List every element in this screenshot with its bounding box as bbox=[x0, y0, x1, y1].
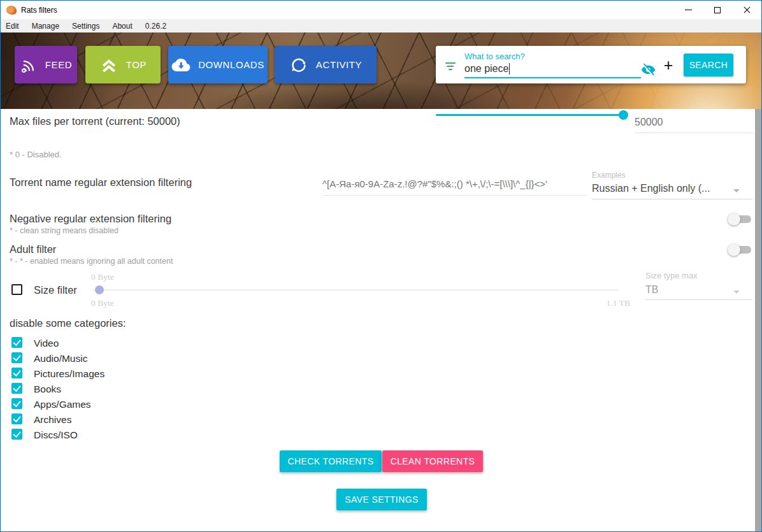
cloud-download-icon bbox=[171, 57, 190, 73]
category-label-discs: Discs/ISO bbox=[34, 429, 78, 441]
size-type-select[interactable]: TB bbox=[645, 284, 658, 296]
window-title: Rats filters bbox=[21, 6, 57, 15]
minimize-icon bbox=[685, 10, 692, 10]
titlebar: Rats filters bbox=[1, 1, 761, 19]
size-slider[interactable] bbox=[93, 289, 619, 291]
close-button[interactable] bbox=[732, 1, 761, 19]
category-checkbox-audio[interactable] bbox=[11, 352, 22, 363]
version-label: 0.26.2 bbox=[139, 22, 173, 31]
size-filter-checkbox[interactable] bbox=[11, 284, 22, 295]
examples-select[interactable]: Russian + English only (... bbox=[592, 183, 738, 194]
filter-icon bbox=[445, 62, 456, 70]
max-files-label: Max files per torrent (current: 50000) bbox=[10, 115, 180, 127]
category-checkbox-apps[interactable] bbox=[11, 398, 22, 409]
close-icon bbox=[743, 6, 751, 14]
category-checkbox-books[interactable] bbox=[11, 383, 22, 394]
category-checkbox-pictures[interactable] bbox=[11, 368, 22, 378]
category-label-archives: Archives bbox=[34, 414, 71, 426]
category-label-apps: Apps/Games bbox=[34, 399, 91, 410]
size-slider-thumb[interactable] bbox=[95, 285, 104, 294]
plus-icon[interactable]: + bbox=[660, 57, 677, 74]
max-files-input[interactable]: 50000 bbox=[635, 117, 753, 128]
size-filter-label: Size filter bbox=[34, 284, 77, 296]
category-label-pictures: Pictures/Images bbox=[34, 368, 104, 380]
category-label-books: Books bbox=[34, 384, 61, 395]
adult-filter-note: * - * - enabled means ignoring all adult… bbox=[10, 257, 173, 266]
examples-underline bbox=[592, 199, 752, 199]
header-banner: FEED TOP DOWNLOADS ACTIVITY What to sear… bbox=[1, 32, 761, 109]
app-window: Rats filters Edit Manage Settings About … bbox=[0, 0, 762, 532]
search-input-underline bbox=[464, 77, 641, 78]
category-checkbox-archives[interactable] bbox=[11, 413, 22, 424]
max-files-slider[interactable] bbox=[436, 114, 625, 116]
minimize-button[interactable] bbox=[673, 1, 703, 19]
text-caret bbox=[509, 63, 510, 75]
menu-bar: Edit Manage Settings About 0.26.2 bbox=[1, 19, 761, 32]
top-button[interactable]: TOP bbox=[85, 46, 161, 83]
menu-manage[interactable]: Manage bbox=[25, 22, 66, 31]
name-regex-underline bbox=[322, 195, 587, 196]
negative-regex-toggle-thumb[interactable] bbox=[728, 213, 740, 226]
size-max-label: 1.1 TB bbox=[592, 298, 630, 308]
adult-filter-label: Adult filter bbox=[10, 243, 56, 255]
adult-filter-toggle-thumb[interactable] bbox=[728, 243, 740, 256]
negative-regex-note: * - clean string means disabled bbox=[10, 226, 119, 235]
name-regex-label: Torrent name regular extension filtering bbox=[10, 176, 192, 189]
search-label: What to search? bbox=[464, 52, 525, 61]
search-panel: What to search? one piece + SEARCH bbox=[436, 46, 746, 83]
negative-regex-label: Negative regular extension filtering bbox=[10, 213, 171, 225]
size-min-label-bottom: 0 Byte bbox=[91, 298, 114, 308]
activity-button[interactable]: ACTIVITY bbox=[275, 46, 377, 83]
rat-app-icon bbox=[6, 6, 17, 15]
chevron-down-icon[interactable] bbox=[733, 291, 740, 294]
examples-label: Examples bbox=[592, 171, 626, 180]
downloads-button[interactable]: DOWNLOADS bbox=[168, 46, 268, 83]
double-chevron-up-icon bbox=[99, 55, 119, 75]
search-input[interactable]: one piece bbox=[464, 63, 510, 75]
max-files-note: * 0 - Disabled. bbox=[10, 150, 62, 159]
categories-heading: disable some categories: bbox=[10, 317, 126, 329]
max-files-slider-thumb[interactable] bbox=[619, 110, 628, 120]
feed-button-label: FEED bbox=[45, 59, 72, 70]
category-label-video: Video bbox=[34, 338, 59, 349]
maximize-icon bbox=[714, 7, 721, 13]
category-checkbox-discs[interactable] bbox=[11, 429, 22, 440]
search-button[interactable]: SEARCH bbox=[684, 54, 733, 76]
menu-about[interactable]: About bbox=[106, 22, 138, 31]
max-files-input-underline bbox=[635, 133, 753, 133]
search-input-value: one piece bbox=[464, 63, 508, 75]
window-controls bbox=[673, 1, 761, 19]
category-label-audio: Audio/Music bbox=[34, 353, 87, 364]
save-settings-button[interactable]: SAVE SETTINGS bbox=[336, 489, 427, 510]
refresh-circle-icon bbox=[289, 55, 308, 75]
chevron-down-icon[interactable] bbox=[733, 189, 740, 192]
size-type-underline bbox=[645, 299, 752, 300]
activity-button-label: ACTIVITY bbox=[316, 59, 362, 70]
category-checkbox-video[interactable] bbox=[11, 337, 22, 348]
top-button-label: TOP bbox=[126, 59, 147, 70]
size-type-label: Size type max bbox=[645, 271, 698, 280]
clean-torrents-button[interactable]: CLEAN TORRENTS bbox=[382, 450, 483, 472]
settings-page: Max files per torrent (current: 50000) 5… bbox=[1, 109, 761, 531]
check-torrents-button[interactable]: CHECK TORRENTS bbox=[280, 450, 382, 472]
menu-settings[interactable]: Settings bbox=[66, 22, 106, 31]
size-min-label-top: 0 Byte bbox=[91, 272, 114, 282]
feed-button[interactable]: FEED bbox=[15, 46, 77, 83]
maximize-button[interactable] bbox=[703, 1, 732, 19]
downloads-button-label: DOWNLOADS bbox=[198, 59, 264, 70]
menu-edit[interactable]: Edit bbox=[6, 22, 25, 31]
vertical-scrollbar[interactable] bbox=[755, 109, 761, 531]
eye-off-icon[interactable] bbox=[640, 62, 657, 80]
rss-feed-icon bbox=[20, 56, 38, 74]
name-regex-input[interactable]: ^[А-Яа-я0-9A-Za-z.!@?#"$%&:;() *\+,\/;\-… bbox=[322, 178, 587, 189]
